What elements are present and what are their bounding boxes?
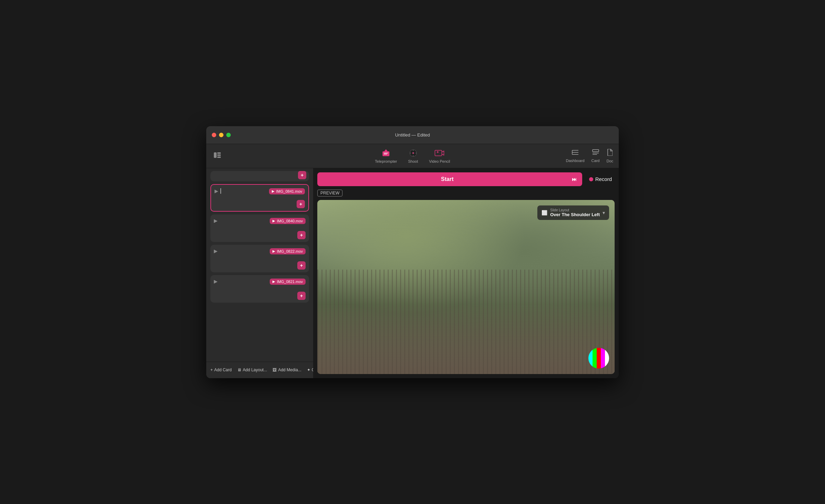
- record-button[interactable]: Record: [586, 176, 615, 182]
- preview-label-bar: PREVIEW: [317, 190, 615, 196]
- add-layout-icon: 🖥: [237, 367, 241, 372]
- toolbar: Teleprompter Shoot: [206, 144, 619, 168]
- shoot-label: Shoot: [408, 159, 418, 163]
- add-card-button[interactable]: + Add Card: [210, 367, 232, 372]
- toolbar-right-dashboard[interactable]: Dashboard: [566, 149, 585, 163]
- preview-badge: PREVIEW: [317, 190, 342, 196]
- add-media-label: Add Media...: [278, 367, 301, 372]
- card-4-bottom: +: [214, 292, 306, 300]
- svg-point-11: [412, 155, 414, 157]
- video-file-icon-3: ▶: [272, 249, 275, 253]
- toolbar-center: Teleprompter Shoot: [375, 148, 450, 163]
- svg-point-10: [412, 150, 414, 151]
- card-4-play-button[interactable]: ▶: [214, 279, 218, 284]
- close-button[interactable]: [212, 133, 216, 137]
- slide-layout-title: Slide Layout: [550, 208, 600, 212]
- play-triangle-icon-3: ▶: [214, 248, 218, 254]
- record-label: Record: [595, 176, 612, 182]
- color-test-bars: [588, 348, 609, 369]
- card-4-filename[interactable]: ▶ IMG_0821.mov: [270, 279, 306, 285]
- card-2-filename[interactable]: ▶ IMG_0840.mov: [270, 218, 306, 224]
- color-bar-magenta: [601, 348, 605, 369]
- card-item-4[interactable]: ▶ ▶ IMG_0821.mov +: [210, 275, 309, 303]
- preview-area: Start ⏭ Record PREVIEW ⬜: [313, 168, 619, 378]
- shoot-icon: [408, 148, 418, 158]
- toolbar-item-teleprompter[interactable]: Teleprompter: [375, 148, 397, 163]
- video-preview: ⬜ Slide Layout Over The Shoulder Left ▾: [317, 200, 615, 374]
- minimize-button[interactable]: [219, 133, 223, 137]
- window-title: Untitled — Edited: [395, 132, 430, 138]
- card-2-top: ▶ ▶ IMG_0840.mov: [214, 218, 306, 224]
- add-card-icon: +: [210, 367, 213, 372]
- card-item-2[interactable]: ▶ ▶ IMG_0840.mov +: [210, 214, 309, 242]
- card-1-filename[interactable]: ▶ IMG_0841.mov: [269, 188, 305, 194]
- card-3-filename[interactable]: ▶ IMG_0822.mov: [270, 248, 306, 254]
- add-layout-button[interactable]: 🖥 Add Layout...: [237, 367, 267, 372]
- video-file-icon-2: ▶: [272, 219, 275, 223]
- slide-layout-text: Slide Layout Over The Shoulder Left: [550, 208, 600, 217]
- dashboard-icon: [572, 149, 579, 157]
- toolbar-left: [212, 150, 223, 161]
- titlebar: Untitled — Edited: [206, 126, 619, 144]
- start-button[interactable]: Start ⏭: [317, 172, 582, 186]
- card-1-add-button[interactable]: +: [297, 200, 305, 208]
- toolbar-right-doc[interactable]: Doc: [606, 149, 613, 163]
- card-4-add-button[interactable]: +: [297, 292, 306, 300]
- sidebar-toggle-button[interactable]: [212, 150, 223, 161]
- play-triangle-icon-2: ▶: [214, 218, 218, 223]
- card-3-play-button[interactable]: ▶: [214, 248, 218, 254]
- color-bar-green: [593, 348, 597, 369]
- dashboard-label: Dashboard: [566, 159, 585, 163]
- card-item-3[interactable]: ▶ ▶ IMG_0822.mov +: [210, 245, 309, 272]
- svg-rect-2: [217, 154, 221, 156]
- card-4-top: ▶ ▶ IMG_0821.mov: [214, 279, 306, 285]
- card-3-bottom: +: [214, 261, 306, 270]
- svg-rect-1: [217, 152, 221, 154]
- card-1-filename-label: IMG_0841.mov: [276, 189, 302, 193]
- sidebar-cards-list: + ▶ ▶ IMG_0841.mov: [206, 168, 313, 362]
- toolbar-item-video-pencil[interactable]: Video Pencil: [429, 148, 450, 163]
- card-2-play-button[interactable]: ▶: [214, 218, 218, 223]
- color-bar-red: [597, 348, 601, 369]
- doc-icon: [607, 149, 613, 158]
- sidebar: + ▶ ▶ IMG_0841.mov: [206, 168, 313, 378]
- video-pencil-icon: [435, 148, 444, 158]
- video-file-icon: ▶: [272, 189, 275, 193]
- svg-rect-21: [593, 150, 599, 152]
- play-triangle-icon-4: ▶: [214, 279, 218, 284]
- card-item-1[interactable]: ▶ ▶ IMG_0841.mov +: [210, 184, 309, 212]
- svg-point-12: [410, 153, 411, 154]
- chevron-down-icon: ▾: [603, 210, 605, 215]
- maximize-button[interactable]: [226, 133, 231, 137]
- teleprompter-label: Teleprompter: [375, 159, 397, 163]
- card-1-top: ▶ ▶ IMG_0841.mov: [215, 188, 305, 194]
- video-file-icon-4: ▶: [272, 280, 275, 283]
- add-media-button[interactable]: 🖼 Add Media...: [272, 367, 301, 372]
- card-3-filename-label: IMG_0822.mov: [277, 249, 303, 253]
- titlebar-center: Untitled — Edited: [395, 132, 430, 138]
- traffic-lights: [212, 133, 231, 137]
- slide-layout-overlay[interactable]: ⬜ Slide Layout Over The Shoulder Left ▾: [537, 205, 609, 220]
- video-pencil-label: Video Pencil: [429, 159, 450, 163]
- toolbar-item-shoot[interactable]: Shoot: [408, 148, 418, 163]
- card-1-play-button[interactable]: ▶: [215, 188, 221, 194]
- start-button-label: Start: [323, 176, 572, 182]
- svg-rect-0: [214, 152, 217, 158]
- slide-layout-name: Over The Shoulder Left: [550, 212, 600, 217]
- sidebar-bottom-bar: + Add Card 🖥 Add Layout... 🖼 Add Media..…: [206, 362, 313, 378]
- toolbar-right-card[interactable]: Card: [592, 149, 600, 163]
- add-card-label: Add Card: [214, 367, 232, 372]
- teleprompter-icon: [381, 148, 391, 158]
- card-3-top: ▶ ▶ IMG_0822.mov: [214, 248, 306, 254]
- svg-rect-3: [217, 157, 221, 158]
- video-background: [317, 200, 615, 374]
- card-1-bottom: +: [215, 200, 305, 208]
- card-3-add-button[interactable]: +: [297, 261, 306, 270]
- card-partial-add-button[interactable]: +: [298, 171, 306, 179]
- card-4-filename-label: IMG_0821.mov: [277, 280, 303, 284]
- generate-button[interactable]: ✦ Generate...: [307, 367, 313, 372]
- add-media-icon: 🖼: [272, 367, 277, 372]
- card-2-add-button[interactable]: +: [297, 231, 306, 239]
- svg-point-9: [412, 152, 414, 154]
- card-label: Card: [592, 159, 600, 163]
